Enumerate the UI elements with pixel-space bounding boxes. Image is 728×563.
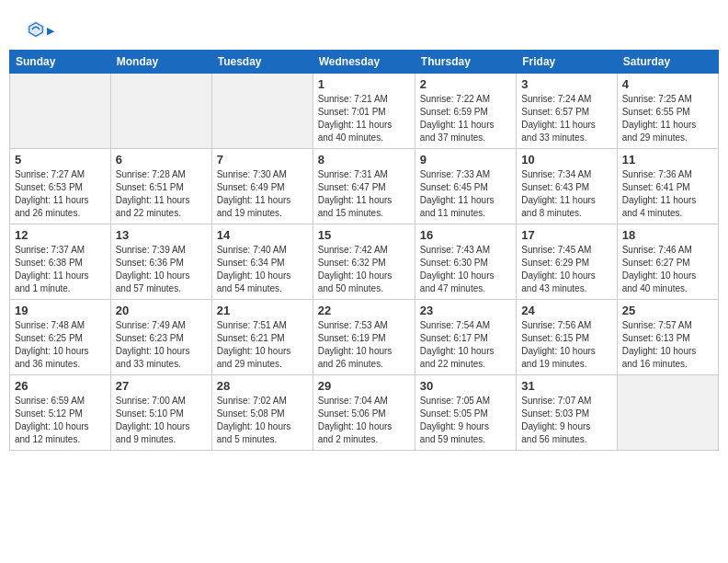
day-info: Sunrise: 7:07 AM Sunset: 5:03 PM Dayligh… xyxy=(521,395,611,446)
calendar-week-row: 19Sunrise: 7:48 AM Sunset: 6:25 PM Dayli… xyxy=(10,300,719,375)
day-number: 31 xyxy=(521,379,611,393)
day-info: Sunrise: 7:22 AM Sunset: 6:59 PM Dayligh… xyxy=(420,93,511,144)
day-info: Sunrise: 7:43 AM Sunset: 6:30 PM Dayligh… xyxy=(420,244,511,295)
calendar-cell: 20Sunrise: 7:49 AM Sunset: 6:23 PM Dayli… xyxy=(110,300,211,375)
header-wednesday: Wednesday xyxy=(313,51,415,74)
day-number: 28 xyxy=(217,379,308,393)
day-number: 20 xyxy=(116,304,207,317)
logo-icon xyxy=(25,18,47,40)
calendar-cell xyxy=(617,375,718,451)
calendar-cell: 24Sunrise: 7:56 AM Sunset: 6:15 PM Dayli… xyxy=(517,300,617,375)
calendar-cell: 28Sunrise: 7:02 AM Sunset: 5:08 PM Dayli… xyxy=(211,375,313,451)
calendar-week-row: 5Sunrise: 7:27 AM Sunset: 6:53 PM Daylig… xyxy=(10,149,719,224)
day-number: 10 xyxy=(521,153,611,167)
calendar-cell: 11Sunrise: 7:36 AM Sunset: 6:41 PM Dayli… xyxy=(617,149,718,224)
day-info: Sunrise: 6:59 AM Sunset: 5:12 PM Dayligh… xyxy=(15,395,106,446)
day-number: 30 xyxy=(420,379,511,393)
calendar-cell: 21Sunrise: 7:51 AM Sunset: 6:21 PM Dayli… xyxy=(211,300,313,375)
calendar-cell: 5Sunrise: 7:27 AM Sunset: 6:53 PM Daylig… xyxy=(10,149,111,224)
day-info: Sunrise: 7:30 AM Sunset: 6:49 PM Dayligh… xyxy=(217,168,308,220)
day-info: Sunrise: 7:25 AM Sunset: 6:55 PM Dayligh… xyxy=(622,93,713,144)
calendar-cell: 25Sunrise: 7:57 AM Sunset: 6:13 PM Dayli… xyxy=(617,300,718,375)
day-info: Sunrise: 7:33 AM Sunset: 6:45 PM Dayligh… xyxy=(420,168,511,220)
calendar-cell: 9Sunrise: 7:33 AM Sunset: 6:45 PM Daylig… xyxy=(415,149,516,224)
calendar-cell: 18Sunrise: 7:46 AM Sunset: 6:27 PM Dayli… xyxy=(617,224,718,300)
day-number: 22 xyxy=(318,304,410,317)
header-monday: Monday xyxy=(110,51,211,74)
day-number: 27 xyxy=(116,379,207,393)
day-number: 26 xyxy=(15,379,106,393)
header-saturday: Saturday xyxy=(617,51,718,74)
calendar-cell: 4Sunrise: 7:25 AM Sunset: 6:55 PM Daylig… xyxy=(617,74,718,149)
header-friday: Friday xyxy=(517,51,617,74)
page-header: ▶ xyxy=(9,9,719,45)
day-number: 4 xyxy=(622,77,713,91)
calendar-cell xyxy=(10,74,111,149)
day-info: Sunrise: 7:56 AM Sunset: 6:15 PM Dayligh… xyxy=(521,319,611,371)
calendar-cell: 1Sunrise: 7:21 AM Sunset: 7:01 PM Daylig… xyxy=(313,74,415,149)
day-number: 17 xyxy=(521,228,611,242)
day-info: Sunrise: 7:28 AM Sunset: 6:51 PM Dayligh… xyxy=(116,168,207,220)
day-number: 19 xyxy=(15,304,106,317)
day-number: 9 xyxy=(420,153,511,167)
calendar-cell: 23Sunrise: 7:54 AM Sunset: 6:17 PM Dayli… xyxy=(415,300,516,375)
calendar-cell: 13Sunrise: 7:39 AM Sunset: 6:36 PM Dayli… xyxy=(110,224,211,300)
day-number: 23 xyxy=(420,304,511,317)
day-info: Sunrise: 7:00 AM Sunset: 5:10 PM Dayligh… xyxy=(116,395,207,446)
calendar-cell: 8Sunrise: 7:31 AM Sunset: 6:47 PM Daylig… xyxy=(313,149,415,224)
day-number: 5 xyxy=(15,153,106,167)
day-info: Sunrise: 7:05 AM Sunset: 5:05 PM Dayligh… xyxy=(420,395,511,446)
day-number: 16 xyxy=(420,228,511,242)
calendar-week-row: 26Sunrise: 6:59 AM Sunset: 5:12 PM Dayli… xyxy=(10,375,719,451)
day-info: Sunrise: 7:42 AM Sunset: 6:32 PM Dayligh… xyxy=(318,244,410,295)
header-thursday: Thursday xyxy=(415,51,516,74)
calendar-cell: 26Sunrise: 6:59 AM Sunset: 5:12 PM Dayli… xyxy=(10,375,111,451)
calendar-cell: 27Sunrise: 7:00 AM Sunset: 5:10 PM Dayli… xyxy=(110,375,211,451)
day-info: Sunrise: 7:51 AM Sunset: 6:21 PM Dayligh… xyxy=(217,319,308,371)
calendar-cell: 15Sunrise: 7:42 AM Sunset: 6:32 PM Dayli… xyxy=(313,224,415,300)
day-number: 8 xyxy=(318,153,410,167)
day-info: Sunrise: 7:46 AM Sunset: 6:27 PM Dayligh… xyxy=(622,244,713,295)
calendar-cell: 31Sunrise: 7:07 AM Sunset: 5:03 PM Dayli… xyxy=(517,375,617,451)
day-info: Sunrise: 7:53 AM Sunset: 6:19 PM Dayligh… xyxy=(318,319,410,371)
day-number: 15 xyxy=(318,228,410,242)
calendar-cell: 12Sunrise: 7:37 AM Sunset: 6:38 PM Dayli… xyxy=(10,224,111,300)
calendar-cell: 29Sunrise: 7:04 AM Sunset: 5:06 PM Dayli… xyxy=(313,375,415,451)
day-info: Sunrise: 7:04 AM Sunset: 5:06 PM Dayligh… xyxy=(318,395,410,446)
calendar-cell: 2Sunrise: 7:22 AM Sunset: 6:59 PM Daylig… xyxy=(415,74,516,149)
calendar-cell: 16Sunrise: 7:43 AM Sunset: 6:30 PM Dayli… xyxy=(415,224,516,300)
logo: ▶ xyxy=(23,18,54,40)
day-number: 3 xyxy=(521,77,611,91)
day-info: Sunrise: 7:45 AM Sunset: 6:29 PM Dayligh… xyxy=(521,244,611,295)
calendar-week-row: 12Sunrise: 7:37 AM Sunset: 6:38 PM Dayli… xyxy=(10,224,719,300)
day-number: 1 xyxy=(318,77,410,91)
day-number: 14 xyxy=(217,228,308,242)
day-number: 21 xyxy=(217,304,308,317)
day-info: Sunrise: 7:27 AM Sunset: 6:53 PM Dayligh… xyxy=(15,168,106,220)
calendar-week-row: 1Sunrise: 7:21 AM Sunset: 7:01 PM Daylig… xyxy=(10,74,719,149)
calendar-cell: 19Sunrise: 7:48 AM Sunset: 6:25 PM Dayli… xyxy=(10,300,111,375)
day-number: 11 xyxy=(622,153,713,167)
day-number: 18 xyxy=(622,228,713,242)
header-tuesday: Tuesday xyxy=(211,51,313,74)
day-info: Sunrise: 7:54 AM Sunset: 6:17 PM Dayligh… xyxy=(420,319,511,371)
day-info: Sunrise: 7:39 AM Sunset: 6:36 PM Dayligh… xyxy=(116,244,207,295)
calendar-cell: 7Sunrise: 7:30 AM Sunset: 6:49 PM Daylig… xyxy=(211,149,313,224)
day-info: Sunrise: 7:21 AM Sunset: 7:01 PM Dayligh… xyxy=(318,93,410,144)
day-number: 2 xyxy=(420,77,511,91)
calendar-table: Sunday Monday Tuesday Wednesday Thursday… xyxy=(9,50,719,451)
day-info: Sunrise: 7:40 AM Sunset: 6:34 PM Dayligh… xyxy=(217,244,308,295)
calendar-cell: 6Sunrise: 7:28 AM Sunset: 6:51 PM Daylig… xyxy=(110,149,211,224)
day-info: Sunrise: 7:49 AM Sunset: 6:23 PM Dayligh… xyxy=(116,319,207,371)
day-number: 29 xyxy=(318,379,410,393)
calendar-cell: 10Sunrise: 7:34 AM Sunset: 6:43 PM Dayli… xyxy=(517,149,617,224)
day-number: 24 xyxy=(521,304,611,317)
day-number: 13 xyxy=(116,228,207,242)
calendar-cell: 3Sunrise: 7:24 AM Sunset: 6:57 PM Daylig… xyxy=(517,74,617,149)
day-number: 25 xyxy=(622,304,713,317)
day-info: Sunrise: 7:37 AM Sunset: 6:38 PM Dayligh… xyxy=(15,244,106,295)
day-info: Sunrise: 7:48 AM Sunset: 6:25 PM Dayligh… xyxy=(15,319,106,371)
header-sunday: Sunday xyxy=(10,51,111,74)
calendar-cell: 30Sunrise: 7:05 AM Sunset: 5:05 PM Dayli… xyxy=(415,375,516,451)
day-number: 12 xyxy=(15,228,106,242)
